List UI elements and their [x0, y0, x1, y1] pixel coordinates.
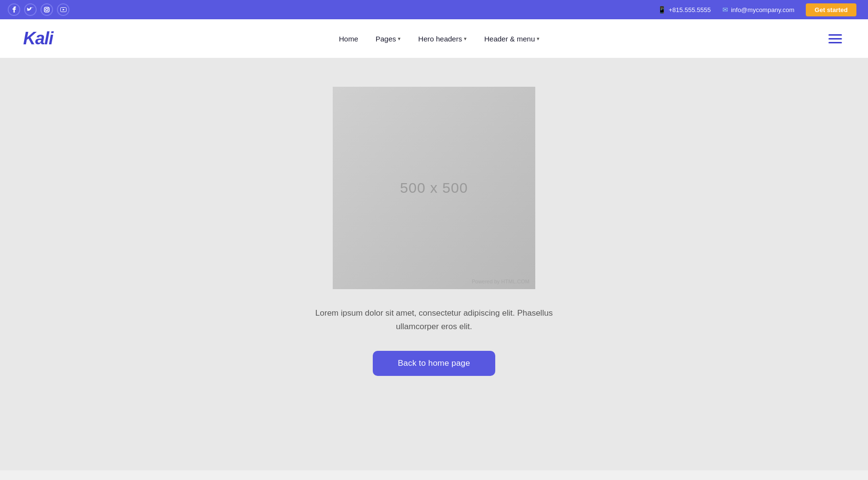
svg-marker-4 [63, 9, 65, 11]
nav-home[interactable]: Home [339, 35, 358, 43]
email-icon: ✉ [722, 6, 728, 13]
phone-contact: 📱 +815.555.5555 [658, 6, 711, 13]
hamburger-line-2 [828, 38, 842, 40]
main-nav: Home Pages ▾ Hero headers ▾ Header & men… [339, 35, 540, 43]
email-contact: ✉ info@mycompany.com [722, 6, 794, 13]
hamburger-line-1 [828, 34, 842, 36]
hero-headers-chevron-icon: ▾ [464, 36, 467, 42]
social-icons-group [8, 3, 69, 16]
main-header: Kali Home Pages ▾ Hero headers ▾ Header … [0, 19, 868, 58]
back-to-home-button[interactable]: Back to home page [373, 351, 495, 376]
get-started-button[interactable]: Get started [806, 3, 856, 16]
youtube-icon[interactable] [57, 3, 69, 16]
phone-icon: 📱 [658, 6, 666, 13]
top-bar-contact-group: 📱 +815.555.5555 ✉ info@mycompany.com Get… [658, 3, 856, 16]
nav-pages[interactable]: Pages ▾ [376, 35, 401, 43]
email-address: info@mycompany.com [731, 6, 794, 13]
hamburger-line-3 [828, 42, 842, 43]
nav-hero-headers[interactable]: Hero headers ▾ [418, 35, 467, 43]
placeholder-image: 500 x 500 Powered by HTML.COM [333, 87, 535, 289]
instagram-icon[interactable] [41, 3, 53, 16]
facebook-icon[interactable] [8, 3, 20, 16]
phone-number: +815.555.5555 [669, 6, 711, 13]
nav-header-menu[interactable]: Header & menu ▾ [484, 35, 540, 43]
svg-point-2 [48, 8, 49, 9]
page-description: Lorem ipsum dolor sit amet, consectetur … [299, 307, 569, 333]
twitter-icon[interactable] [24, 3, 37, 16]
placeholder-dimensions: 500 x 500 [400, 180, 468, 196]
main-content: 500 x 500 Powered by HTML.COM Lorem ipsu… [0, 58, 868, 470]
hamburger-menu[interactable] [826, 31, 845, 46]
svg-point-1 [46, 9, 48, 11]
pages-chevron-icon: ▾ [398, 36, 401, 42]
top-bar: 📱 +815.555.5555 ✉ info@mycompany.com Get… [0, 0, 868, 19]
header-menu-chevron-icon: ▾ [537, 36, 540, 42]
powered-by-label: Powered by HTML.COM [472, 279, 529, 284]
site-logo[interactable]: Kali [23, 28, 53, 49]
